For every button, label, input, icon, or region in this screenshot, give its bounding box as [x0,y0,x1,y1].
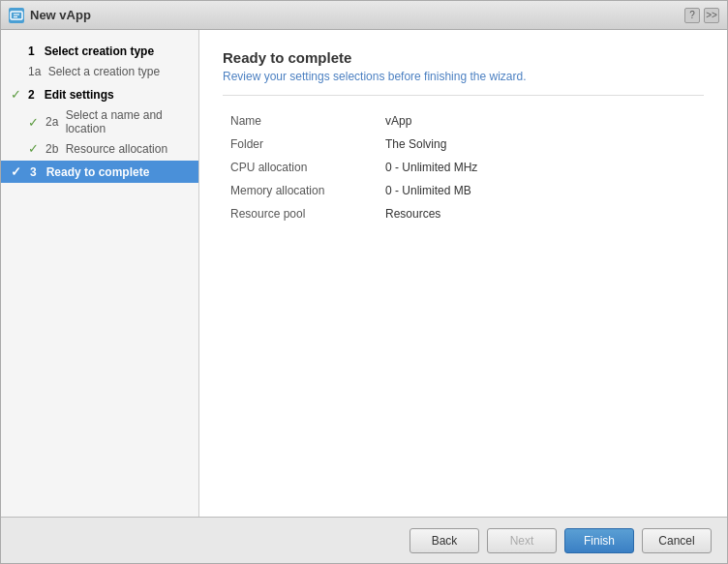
sidebar-section-step1: 1 Select creation type 1a Select a creat… [1,40,198,81]
finish-button[interactable]: Finish [564,528,634,553]
help-button[interactable]: ? [684,8,700,23]
title-bar-actions: ? >> [684,8,719,23]
step2b-check-icon: ✓ [28,141,42,156]
table-row: NamevApp [223,109,704,133]
sidebar-step2a: ✓ 2a Select a name and location [1,105,198,138]
step3-check-icon: ✓ [11,164,24,179]
sidebar: 1 Select creation type 1a Select a creat… [1,30,199,517]
detail-label: Name [223,109,378,133]
step2b-prefix: 2b [46,142,62,156]
main-content: Ready to complete Review your settings s… [199,30,727,517]
sidebar-section-step2: ✓ 2 Edit settings ✓ 2a Select a name and… [1,83,198,159]
detail-value: 0 - Unlimited MB [378,179,704,202]
step2a-prefix: 2a [46,115,62,129]
dialog-title: New vApp [30,8,91,22]
table-row: Memory allocation0 - Unlimited MB [223,179,704,202]
detail-value: vApp [378,109,704,133]
next-button[interactable]: Next [487,528,557,553]
detail-label: Folder [223,133,378,156]
step1-number: 1 [28,45,41,58]
sidebar-step2b: ✓ 2b Resource allocation [1,138,198,159]
detail-label: CPU allocation [223,156,378,179]
title-bar: New vApp ? >> [1,1,727,30]
dialog-body: 1 Select creation type 1a Select a creat… [1,30,727,517]
cancel-button[interactable]: Cancel [642,528,712,553]
table-row: FolderThe Solving [223,133,704,156]
vapp-icon [9,8,24,23]
step2-number: 2 [28,88,41,102]
detail-label: Resource pool [223,202,378,225]
step3-number: 3 [30,165,43,179]
step1a-prefix: 1a [28,65,45,78]
step2a-check-icon: ✓ [28,115,42,130]
sidebar-section-step3: ✓ 3 Ready to complete [1,161,198,183]
svg-rect-0 [11,12,22,19]
detail-label: Memory allocation [223,179,378,202]
step2-check-icon: ✓ [11,87,24,102]
detail-value: The Solving [378,133,704,156]
table-row: CPU allocation0 - Unlimited MHz [223,156,704,179]
table-row: Resource poolResources [223,202,704,225]
main-subtitle: Review your settings selections before f… [223,70,704,96]
title-bar-left: New vApp [9,8,91,23]
step3-label: 3 Ready to complete [30,165,149,179]
details-table: NamevAppFolderThe SolvingCPU allocation0… [223,109,704,225]
dialog: New vApp ? >> 1 Select creation type 1a [0,0,728,564]
sidebar-step1-header: 1 Select creation type [1,40,198,62]
back-button[interactable]: Back [410,528,479,553]
detail-value: 0 - Unlimited MHz [378,156,704,179]
expand-button[interactable]: >> [704,8,719,23]
step1-check-icon [11,44,24,58]
step2-label: 2 Edit settings [28,88,114,102]
dialog-footer: Back Next Finish Cancel [1,517,727,563]
detail-value: Resources [378,202,704,225]
step1-label: 1 Select creation type [28,45,154,58]
sidebar-step1a: 1a Select a creation type [1,62,198,81]
sidebar-step3-header[interactable]: ✓ 3 Ready to complete [1,161,198,183]
sidebar-step2-header: ✓ 2 Edit settings [1,83,198,105]
main-title: Ready to complete [223,49,704,66]
